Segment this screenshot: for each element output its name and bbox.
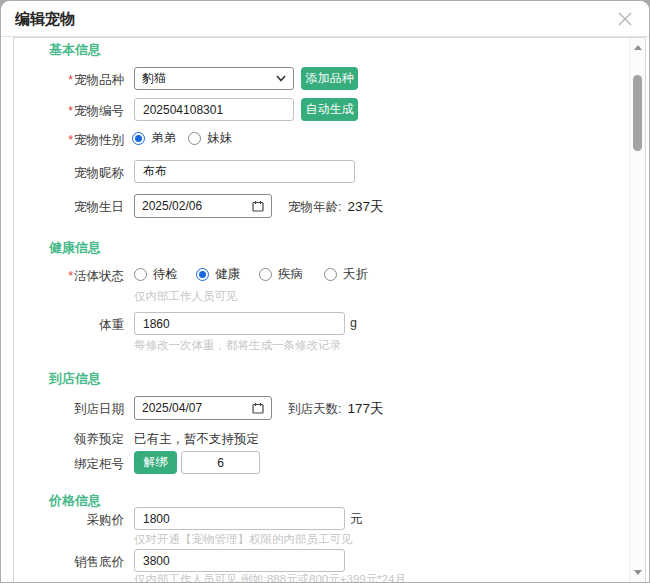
- adoption-label: 领养预定: [1, 431, 124, 448]
- pet-number-label: *宠物编号: [1, 103, 124, 120]
- radio-unchecked-icon: [134, 268, 147, 281]
- scroll-down-arrow-icon: [634, 570, 642, 575]
- section-health-info: 健康信息: [49, 239, 101, 257]
- scrollbar-down-button[interactable]: [630, 565, 646, 579]
- gender-option-label: 妹妹: [207, 130, 232, 147]
- birthday-value: 2025/02/06: [142, 199, 252, 213]
- status-option-label: 疾病: [278, 266, 303, 283]
- status-label: *活体状态: [1, 268, 124, 285]
- status-option-label: 健康: [215, 266, 240, 283]
- close-icon: [617, 11, 633, 27]
- arrival-date-value: 2025/04/07: [142, 401, 252, 415]
- arrival-days-value: 177天: [347, 400, 383, 418]
- purchase-price-unit: 元: [350, 511, 363, 528]
- floor-price-hint: 仅内部工作人员可见,例如:888元或800元+399元*24月: [134, 572, 406, 583]
- pet-age-value: 237天: [347, 198, 383, 216]
- pet-age-label: 宠物年龄:: [288, 199, 341, 216]
- weight-unit: g: [350, 316, 357, 330]
- arrival-days-stat: 到店天数: 177天: [288, 400, 384, 418]
- breed-select-value: 豹猫: [142, 70, 276, 87]
- scrollbar-up-button[interactable]: [630, 40, 646, 54]
- auto-generate-button[interactable]: 自动生成: [301, 98, 358, 121]
- status-radio-healthy[interactable]: 健康: [196, 266, 240, 282]
- status-hint: 仅内部工作人员可见: [134, 289, 238, 304]
- section-price-info: 价格信息: [49, 492, 101, 510]
- status-radio-pending[interactable]: 待检: [134, 266, 178, 282]
- scrollbar-thumb[interactable]: [633, 75, 642, 151]
- radio-unchecked-icon: [188, 132, 201, 145]
- calendar-icon: [252, 200, 264, 212]
- modal-title: 编辑宠物: [15, 10, 75, 29]
- status-radio-deceased[interactable]: 夭折: [324, 266, 368, 282]
- add-breed-button[interactable]: 添加品种: [301, 67, 358, 90]
- section-basic-info: 基本信息: [49, 41, 101, 59]
- required-asterisk: *: [68, 269, 73, 283]
- radio-checked-icon: [196, 268, 209, 281]
- purchase-price-hint: 仅对开通【宠物管理】权限的内部员工可见: [134, 532, 353, 547]
- weight-label: 体重: [1, 317, 124, 334]
- gender-radio-male[interactable]: 弟弟: [132, 130, 176, 146]
- arrival-days-label: 到店天数:: [288, 401, 341, 418]
- birthday-date-input[interactable]: 2025/02/06: [134, 194, 272, 218]
- calendar-icon: [252, 402, 264, 414]
- required-asterisk: *: [68, 104, 73, 118]
- scroll-up-arrow-icon: [634, 45, 642, 50]
- floor-price-input[interactable]: [134, 549, 345, 572]
- breed-select[interactable]: 豹猫: [134, 67, 294, 90]
- arrival-date-label: 到店日期: [1, 401, 124, 418]
- weight-input[interactable]: [134, 312, 345, 335]
- breed-label: *宠物品种: [1, 72, 124, 89]
- cabinet-label: 绑定柜号: [1, 456, 124, 473]
- status-radio-sick[interactable]: 疾病: [259, 266, 303, 282]
- section-arrival-info: 到店信息: [49, 370, 101, 388]
- purchase-price-input[interactable]: [134, 507, 345, 530]
- weight-hint: 每修改一次体重，都将生成一条修改记录: [134, 338, 341, 353]
- radio-checked-icon: [132, 132, 145, 145]
- birthday-label: 宠物生日: [1, 199, 124, 216]
- required-asterisk: *: [68, 133, 73, 147]
- status-option-label: 待检: [153, 266, 178, 283]
- nickname-input[interactable]: [134, 160, 355, 183]
- required-asterisk: *: [68, 73, 73, 87]
- close-button[interactable]: [615, 9, 635, 29]
- purchase-price-label: 采购价: [1, 512, 124, 529]
- edit-pet-dialog: 编辑宠物 基本信息 *宠物品种 豹猫: [0, 0, 650, 583]
- scrollbar[interactable]: [629, 38, 645, 582]
- floor-price-label: 销售底价: [1, 554, 124, 571]
- modal-header: 编辑宠物: [1, 1, 649, 37]
- cabinet-number-input[interactable]: [181, 451, 260, 474]
- radio-unchecked-icon: [259, 268, 272, 281]
- pet-age-stat: 宠物年龄: 237天: [288, 198, 384, 216]
- arrival-date-input[interactable]: 2025/04/07: [134, 396, 272, 420]
- modal-window: 编辑宠物 基本信息 *宠物品种 豹猫: [0, 0, 650, 583]
- gender-radio-female[interactable]: 妹妹: [188, 130, 232, 146]
- unbind-button[interactable]: 解绑: [134, 451, 177, 474]
- chevron-down-icon: [276, 75, 286, 82]
- gender-option-label: 弟弟: [151, 130, 176, 147]
- gender-label: *宠物性别: [1, 132, 124, 149]
- radio-unchecked-icon: [324, 268, 337, 281]
- adoption-status-text: 已有主，暂不支持预定: [134, 431, 259, 448]
- pet-number-input[interactable]: [134, 98, 294, 121]
- nickname-label: 宠物昵称: [1, 165, 124, 182]
- status-option-label: 夭折: [343, 266, 368, 283]
